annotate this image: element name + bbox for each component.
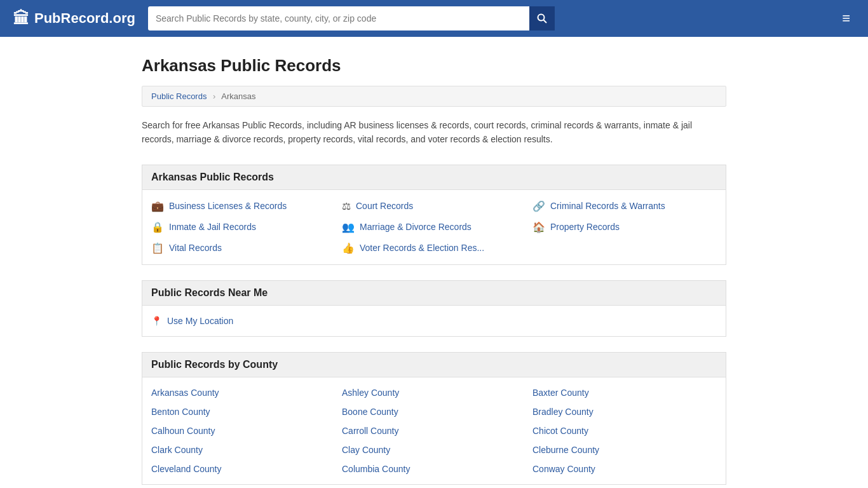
county-grid: Arkansas CountyAshley CountyBaxter Count… xyxy=(151,388,717,474)
records-section-header: Arkansas Public Records xyxy=(142,165,726,190)
record-icon: 🔗 xyxy=(532,200,545,212)
near-me-section-header: Public Records Near Me xyxy=(142,280,726,306)
search-input[interactable] xyxy=(148,6,529,30)
county-item[interactable]: Columbia County xyxy=(342,464,526,474)
record-item[interactable]: 👍Voter Records & Election Res... xyxy=(342,242,526,254)
record-item[interactable]: ⚖Court Records xyxy=(342,200,526,212)
county-item[interactable]: Baxter County xyxy=(532,388,717,398)
county-item[interactable]: Bradley County xyxy=(532,407,717,417)
record-icon: 🔒 xyxy=(151,221,164,233)
record-label: Court Records xyxy=(356,201,413,211)
menu-button[interactable]: ≡ xyxy=(837,8,855,29)
county-item[interactable]: Boone County xyxy=(342,407,526,417)
record-icon: 👥 xyxy=(342,221,355,233)
search-bar xyxy=(148,6,555,30)
record-label: Business Licenses & Records xyxy=(169,201,287,211)
site-logo[interactable]: 🏛 PubRecord.org xyxy=(13,9,135,29)
page-description: Search for free Arkansas Public Records,… xyxy=(142,118,726,147)
record-item[interactable]: 💼Business Licenses & Records xyxy=(151,200,336,212)
record-item[interactable]: 🏠Property Records xyxy=(532,221,717,233)
record-label: Vital Records xyxy=(169,243,222,253)
logo-text: PubRecord.org xyxy=(34,10,135,27)
record-item[interactable]: 🔒Inmate & Jail Records xyxy=(151,221,336,233)
near-me-section: 📍 Use My Location xyxy=(142,306,726,337)
county-section: Arkansas CountyAshley CountyBaxter Count… xyxy=(142,377,726,485)
record-label: Voter Records & Election Res... xyxy=(360,243,484,253)
record-icon: 📋 xyxy=(151,242,164,254)
record-label: Property Records xyxy=(550,222,620,232)
logo-icon: 🏛 xyxy=(13,9,29,29)
county-item[interactable]: Carroll County xyxy=(342,426,526,436)
county-item[interactable]: Arkansas County xyxy=(151,388,336,398)
record-item[interactable]: 👥Marriage & Divorce Records xyxy=(342,221,526,233)
county-item[interactable]: Calhoun County xyxy=(151,426,336,436)
use-my-location-button[interactable]: 📍 Use My Location xyxy=(151,316,717,326)
county-item[interactable]: Conway County xyxy=(532,464,717,474)
record-label: Inmate & Jail Records xyxy=(169,222,256,232)
county-item[interactable]: Clark County xyxy=(151,445,336,455)
breadcrumb-current: Arkansas xyxy=(221,92,255,101)
breadcrumb-parent[interactable]: Public Records xyxy=(151,92,207,101)
near-me-label: Use My Location xyxy=(167,316,233,326)
county-item[interactable]: Benton County xyxy=(151,407,336,417)
location-icon: 📍 xyxy=(151,316,162,326)
page-title: Arkansas Public Records xyxy=(142,56,726,76)
breadcrumb: Public Records › Arkansas xyxy=(142,86,726,107)
county-item[interactable]: Cleburne County xyxy=(532,445,717,455)
svg-line-1 xyxy=(543,20,546,24)
search-button[interactable] xyxy=(529,6,555,30)
record-label: Marriage & Divorce Records xyxy=(360,222,471,232)
record-label: Criminal Records & Warrants xyxy=(550,201,665,211)
svg-point-0 xyxy=(538,15,544,21)
record-item[interactable]: 📋Vital Records xyxy=(151,242,336,254)
record-icon: 👍 xyxy=(342,242,355,254)
records-section: 💼Business Licenses & Records⚖Court Recor… xyxy=(142,190,726,265)
county-item[interactable]: Clay County xyxy=(342,445,526,455)
county-section-header: Public Records by County xyxy=(142,352,726,377)
record-item[interactable]: 🔗Criminal Records & Warrants xyxy=(532,200,717,212)
records-grid: 💼Business Licenses & Records⚖Court Recor… xyxy=(151,200,717,254)
county-item[interactable]: Chicot County xyxy=(532,426,717,436)
record-icon: 💼 xyxy=(151,200,164,212)
record-icon: ⚖ xyxy=(342,200,351,212)
county-item[interactable]: Cleveland County xyxy=(151,464,336,474)
breadcrumb-separator: › xyxy=(213,92,215,101)
search-icon xyxy=(537,13,547,24)
county-item[interactable]: Ashley County xyxy=(342,388,526,398)
record-icon: 🏠 xyxy=(532,221,545,233)
